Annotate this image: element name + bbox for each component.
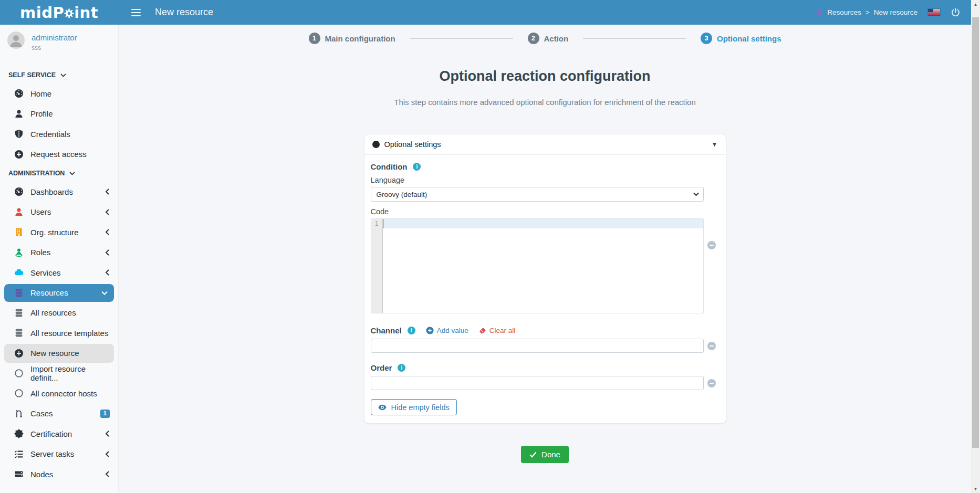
sidebar-item-nodes[interactable]: Nodes (0, 464, 118, 485)
order-info-icon[interactable]: i (398, 364, 405, 372)
sidebar-item-credentials[interactable]: Credentials (0, 124, 118, 144)
language-field-row: Groovy (default) (371, 184, 720, 202)
done-label: Done (541, 450, 560, 459)
page-title: New resource (155, 7, 213, 18)
logout-power-icon[interactable] (951, 7, 961, 17)
scrollbar-thumb[interactable] (972, 17, 979, 448)
user-info: administrator sss (32, 32, 77, 51)
chevron-left-icon (105, 249, 110, 256)
channel-label-row: Channel i Add value Clear all (371, 326, 720, 335)
sidebar-item-label: All connector hosts (30, 389, 97, 398)
user-name-link[interactable]: administrator (32, 33, 77, 42)
remove-code-button[interactable] (707, 241, 716, 249)
condition-label: Condition (371, 162, 408, 171)
hamburger-menu-icon[interactable] (131, 9, 141, 16)
chevron-left-icon (105, 188, 110, 195)
condition-label-row: Condition i (371, 162, 720, 171)
brand-area[interactable]: midP int (0, 4, 119, 22)
step-number: 1 (309, 33, 320, 44)
collapse-caret-icon[interactable]: ▼ (712, 141, 718, 148)
channel-label: Channel (371, 326, 402, 335)
sidebar-item-label: Users (30, 207, 51, 216)
breadcrumb-current: New resource (874, 8, 918, 16)
shield-icon (14, 129, 24, 139)
scrollbar-up-arrow[interactable]: ▲ (971, 0, 980, 8)
sidebar-item-all-resources[interactable]: All resources (0, 303, 118, 323)
order-field-row (371, 376, 720, 390)
order-input[interactable] (371, 376, 704, 390)
sidebar-item-roles[interactable]: Roles (0, 243, 118, 263)
section-self-service[interactable]: SELF SERVICE (0, 66, 118, 83)
sidebar-item-all-connector-hosts[interactable]: All connector hosts (0, 383, 118, 404)
sidebar-item-request-access[interactable]: Request access (0, 144, 118, 165)
order-label: Order (371, 363, 392, 372)
role-person-icon (14, 248, 24, 257)
wizard-step-1[interactable]: 1 Main configuration (309, 33, 395, 44)
section-administration[interactable]: ADMINISTRATION (0, 164, 118, 182)
cloud-icon (14, 268, 24, 277)
add-value-link[interactable]: Add value (426, 327, 468, 334)
filled-circle-icon (372, 141, 380, 148)
step-connector (583, 38, 686, 39)
eraser-icon (479, 327, 486, 334)
sidebar-item-profile[interactable]: Profile (0, 104, 118, 124)
chevron-down-icon (101, 291, 108, 295)
sidebar-item-services[interactable]: Services (0, 263, 118, 283)
code-label: Code (371, 207, 720, 216)
person-icon (14, 109, 24, 119)
condition-info-icon[interactable]: i (413, 163, 421, 171)
footer-actions: Done (119, 424, 971, 463)
locale-flag-us[interactable] (928, 9, 940, 16)
remove-channel-button[interactable] (707, 342, 716, 350)
card-body: Condition i Language Groovy (default) (364, 155, 726, 423)
wizard-steps: 1 Main configuration 2 Action 3 Optional… (309, 33, 781, 44)
channel-info-icon[interactable]: i (408, 327, 415, 334)
plus-circle-icon (14, 349, 24, 358)
channel-input[interactable] (371, 339, 704, 353)
page-heading: Optional reaction configuration (119, 68, 971, 85)
language-select[interactable]: Groovy (default) (371, 187, 704, 202)
sidebar-item-users[interactable]: Users (0, 202, 118, 223)
chevron-left-icon (105, 269, 110, 276)
speedometer-icon (14, 89, 24, 98)
section-administration-label: ADMINISTRATION (8, 170, 65, 177)
chevron-left-icon (105, 431, 110, 437)
channel-field-row (371, 339, 720, 353)
database-icon (14, 288, 24, 298)
app-window: midP int New resource (0, 0, 980, 493)
sidebar-item-dashboards[interactable]: Dashboards (0, 182, 118, 202)
sidebar-item-resources[interactable]: Resources (4, 284, 114, 302)
sidebar-item-all-resource-templates[interactable]: All resource templates (0, 323, 118, 343)
language-label: Language (371, 176, 720, 184)
sidebar-item-home[interactable]: Home (0, 83, 118, 104)
wizard-step-3[interactable]: 3 Optional settings (701, 33, 781, 44)
window-scrollbar[interactable]: ▲ ▼ (971, 0, 980, 493)
section-self-service-label: SELF SERVICE (8, 71, 56, 79)
sidebar-item-import-resource-definition[interactable]: Import resource definit... (0, 363, 118, 384)
person-icon (14, 207, 24, 217)
sidebar-item-label: Services (30, 268, 61, 277)
sidebar: administrator sss SELF SERVICE Home Prof… (0, 25, 119, 493)
code-input-area[interactable] (383, 219, 703, 313)
wizard-step-2[interactable]: 2 Action (528, 33, 569, 44)
logo-text-suffix: int (74, 4, 98, 22)
avatar[interactable] (7, 32, 25, 49)
sidebar-item-org-structure[interactable]: Org. structure (0, 222, 118, 243)
sidebar-item-certification[interactable]: Certification (0, 424, 118, 444)
sidebar-item-label: Dashboards (30, 187, 73, 196)
done-button[interactable]: Done (521, 446, 569, 463)
breadcrumb: Resources > New resource (816, 8, 918, 16)
hide-empty-fields-button[interactable]: Hide empty fields (371, 399, 457, 415)
remove-order-button[interactable] (707, 379, 716, 387)
sidebar-item-server-tasks[interactable]: Server tasks (0, 444, 118, 465)
card-title: Optional settings (384, 140, 441, 149)
database-icon (14, 328, 24, 338)
gear-icon (64, 8, 75, 19)
sidebar-item-new-resource[interactable]: New resource (4, 344, 114, 363)
scrollbar-down-arrow[interactable]: ▼ (971, 485, 980, 493)
clear-all-link[interactable]: Clear all (479, 327, 516, 334)
sidebar-item-cases[interactable]: Cases 1 (0, 404, 118, 424)
hide-empty-fields-label: Hide empty fields (391, 403, 450, 412)
breadcrumb-root-link[interactable]: Resources (827, 8, 861, 16)
order-label-row: Order i (371, 363, 720, 372)
